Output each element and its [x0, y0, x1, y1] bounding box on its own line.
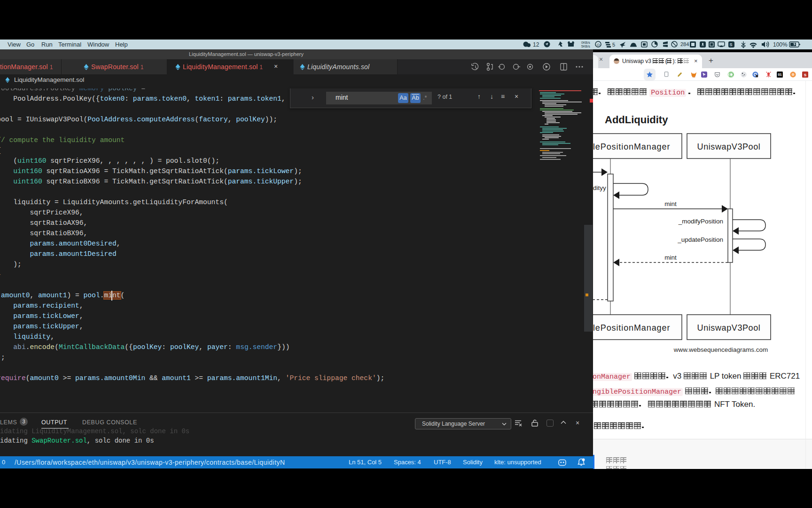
svg-text:mint: mint — [664, 254, 677, 261]
svg-text:284: 284 — [680, 41, 689, 47]
svg-text:5KB/s: 5KB/s — [581, 45, 590, 48]
svg-text:www.websequencediagrams.com: www.websequencediagrams.com — [673, 346, 768, 353]
svg-text:blePositionManager: blePositionManager — [593, 142, 670, 151]
svg-text:UniswapV3Pool: UniswapV3Pool — [697, 142, 761, 151]
svg-text:UniswapV3Pool: UniswapV3Pool — [697, 323, 761, 333]
svg-text:mint: mint — [664, 200, 677, 207]
svg-text:100%: 100% — [773, 41, 788, 48]
svg-text:_modifyPosition: _modifyPosition — [678, 218, 723, 225]
svg-text:5: 5 — [612, 42, 615, 48]
svg-text:blePositionManager: blePositionManager — [593, 323, 670, 333]
svg-text:S: S — [730, 42, 733, 47]
svg-text:_updatePosition: _updatePosition — [677, 236, 723, 243]
svg-text:12: 12 — [533, 41, 539, 48]
svg-text:dityy: dityy — [593, 184, 606, 191]
svg-text:0KB/s: 0KB/s — [581, 41, 590, 44]
svg-text:O: O — [597, 43, 600, 47]
